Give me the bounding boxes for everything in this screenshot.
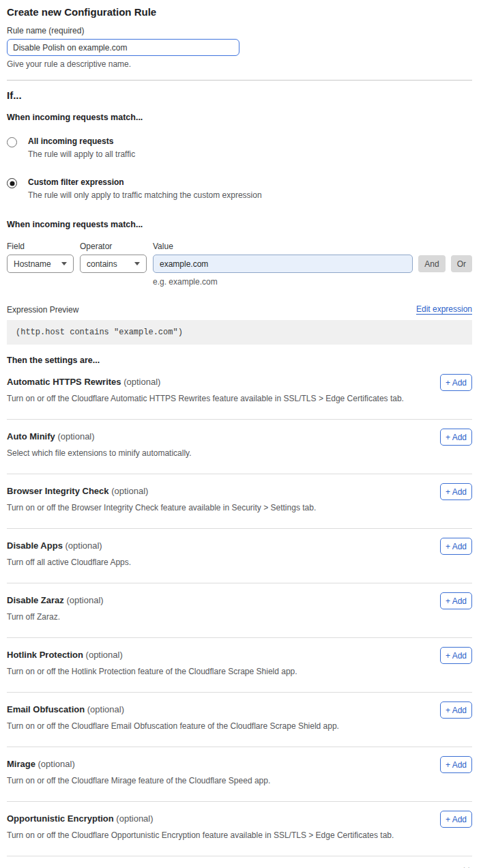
setting-name: Browser Integrity Check [7, 486, 109, 496]
setting-name: Opportunistic Encryption [7, 813, 114, 824]
page-title: Create new Configuration Rule [7, 6, 472, 18]
setting-row-polish: Polish (optional) ✕ Change the settings … [7, 856, 472, 868]
setting-name: Email Obfuscation [7, 704, 85, 714]
field-select[interactable]: Hostname [7, 255, 74, 273]
value-label: Value [153, 242, 472, 251]
setting-name: Hotlink Protection [7, 650, 83, 660]
add-setting-button[interactable]: + Add [440, 592, 472, 609]
close-icon: ✕ [462, 865, 471, 868]
setting-description: Turn on or off the Browser Integrity Che… [7, 503, 472, 512]
and-button[interactable]: And [418, 255, 445, 272]
add-setting-button[interactable]: + Add [440, 483, 472, 500]
expression-preview-code: (http.host contains "example.com") [7, 320, 472, 345]
chevron-down-icon [61, 262, 67, 265]
radio-all-incoming-requests[interactable]: All incoming requests The rule will appl… [7, 136, 472, 159]
setting-description: Turn on or off the Cloudflare Opportunis… [7, 830, 472, 840]
operator-label: Operator [80, 242, 147, 251]
add-setting-button[interactable]: + Add [440, 647, 472, 664]
setting-optional-label: (optional) [123, 377, 160, 387]
field-label: Field [7, 242, 74, 251]
setting-description: Turn on or off the Cloudflare Automatic … [7, 394, 472, 403]
setting-row: Automatic HTTPS Rewrites (optional) Turn… [7, 365, 472, 420]
setting-row: Opportunistic Encryption (optional) Turn… [7, 802, 472, 856]
setting-optional-label: (optional) [38, 759, 75, 769]
setting-row: Disable Apps (optional) Turn off all act… [7, 529, 472, 583]
setting-row: Email Obfuscation (optional) Turn on or … [7, 693, 472, 747]
setting-row: Hotlink Protection (optional) Turn on or… [7, 638, 472, 693]
setting-optional-label: (optional) [65, 540, 102, 551]
setting-name: Auto Minify [7, 431, 55, 442]
setting-row: Disable Zaraz (optional) Turn off Zaraz.… [7, 583, 472, 638]
rule-name-input[interactable] [7, 39, 239, 56]
setting-optional-label: (optional) [66, 595, 103, 605]
radio-label: Custom filter expression [28, 177, 262, 187]
setting-description: Turn on or off the Cloudflare Email Obfu… [7, 721, 472, 731]
incoming-requests-match-heading: When incoming requests match... [7, 113, 472, 122]
setting-description: Turn on or off the Cloudflare Mirage fea… [7, 776, 472, 785]
setting-optional-label: (optional) [116, 813, 153, 824]
setting-name: Disable Apps [7, 540, 63, 551]
setting-optional-label: (optional) [86, 650, 123, 660]
setting-name: Automatic HTTPS Rewrites [7, 377, 121, 387]
add-setting-button[interactable]: + Add [440, 429, 472, 446]
setting-name: Mirage [7, 759, 35, 769]
if-heading: If... [7, 89, 472, 101]
operator-select[interactable]: contains [80, 255, 147, 273]
radio-label: All incoming requests [28, 136, 135, 146]
setting-description: Select which file extensions to minify a… [7, 448, 472, 458]
field-select-value: Hostname [14, 259, 51, 269]
operator-select-value: contains [87, 259, 117, 269]
add-setting-button[interactable]: + Add [440, 811, 472, 828]
add-setting-button[interactable]: + Add [440, 538, 472, 555]
value-input[interactable] [153, 255, 413, 273]
setting-optional-label: (optional) [111, 486, 148, 496]
radio-description: The rule will only apply to traffic matc… [28, 190, 262, 200]
expression-builder-heading: When incoming requests match... [7, 220, 472, 229]
section-divider [7, 80, 472, 81]
radio-custom-filter-expression[interactable]: Custom filter expression The rule will o… [7, 177, 472, 200]
radio-description: The rule will apply to all traffic [28, 149, 135, 159]
setting-row: Browser Integrity Check (optional) Turn … [7, 474, 472, 529]
radio-selected-icon[interactable] [7, 178, 17, 188]
setting-description: Turn off all active Cloudflare Apps. [7, 558, 472, 567]
rule-name-label: Rule name (required) [7, 26, 472, 35]
then-settings-heading: Then the settings are... [7, 356, 472, 365]
chevron-down-icon [134, 262, 140, 265]
setting-description: Turn off Zaraz. [7, 612, 472, 622]
rule-name-helper: Give your rule a descriptive name. [7, 59, 472, 69]
or-button[interactable]: Or [451, 255, 472, 272]
setting-name: Disable Zaraz [7, 595, 64, 605]
add-setting-button[interactable]: + Add [440, 374, 472, 391]
add-setting-button[interactable]: + Add [440, 756, 472, 773]
setting-row: Mirage (optional) Turn on or off the Clo… [7, 747, 472, 802]
setting-optional-label: (optional) [87, 704, 124, 714]
expression-preview-label: Expression Preview [7, 305, 78, 315]
radio-unselected-icon[interactable] [7, 137, 17, 147]
setting-optional-label: (optional) [57, 431, 94, 442]
setting-row: Auto Minify (optional) Select which file… [7, 420, 472, 474]
create-configuration-rule-page: Create new Configuration Rule Rule name … [0, 0, 481, 868]
settings-list: Automatic HTTPS Rewrites (optional) Turn… [7, 365, 472, 856]
edit-expression-link[interactable]: Edit expression [416, 304, 472, 315]
setting-description: Turn on or off the Hotlink Protection fe… [7, 667, 472, 676]
value-helper: e.g. example.com [153, 277, 472, 287]
expression-builder-row: Field Hostname Operator contains Value A… [7, 242, 472, 287]
add-setting-button[interactable]: + Add [440, 701, 472, 719]
